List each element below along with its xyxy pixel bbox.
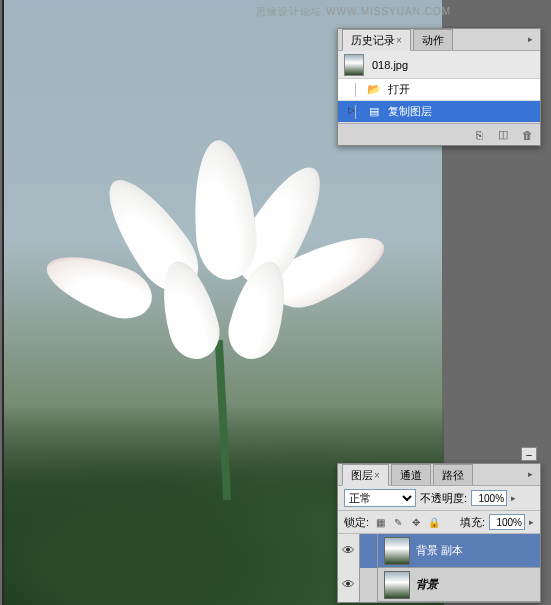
tab-label: 历史记录 bbox=[351, 34, 395, 46]
close-icon[interactable]: × bbox=[396, 35, 402, 46]
layer-name: 背景 副本 bbox=[416, 543, 463, 558]
lock-options-row: 锁定: ▦ ✎ ✥ 🔒 填充: ▸ bbox=[338, 511, 540, 534]
history-label: 复制图层 bbox=[388, 104, 432, 119]
opacity-label: 不透明度: bbox=[420, 491, 467, 506]
opacity-input[interactable] bbox=[471, 490, 507, 506]
layer-thumb bbox=[384, 537, 410, 565]
minimize-icon[interactable]: – bbox=[521, 447, 537, 461]
history-marker: ▷ bbox=[342, 105, 356, 119]
lock-label: 锁定: bbox=[344, 515, 369, 530]
watermark-text: 思缘设计论坛 WWW.MISSYUAN.COM bbox=[256, 5, 451, 19]
link-column[interactable] bbox=[360, 534, 378, 568]
history-panel-header: 历史记录× 动作 bbox=[338, 29, 540, 51]
lock-brush-icon[interactable]: ✎ bbox=[391, 515, 405, 529]
layer-row-bg[interactable]: 👁 背景 bbox=[338, 568, 540, 602]
tab-label: 路径 bbox=[442, 469, 464, 481]
history-item-open[interactable]: 📂 打开 bbox=[338, 79, 540, 101]
layer-options-row: 正常 不透明度: ▸ bbox=[338, 486, 540, 511]
document-thumb bbox=[344, 54, 364, 76]
blend-mode-select[interactable]: 正常 bbox=[344, 489, 416, 507]
snapshot-icon[interactable]: ⎘ bbox=[472, 128, 486, 142]
layers-icon: ▤ bbox=[366, 104, 382, 120]
layers-panel: – 图层× 通道 路径 正常 不透明度: ▸ 锁定: ▦ ✎ ✥ 🔒 填充: ▸… bbox=[337, 463, 541, 603]
tab-channels[interactable]: 通道 bbox=[391, 464, 431, 485]
link-column[interactable] bbox=[360, 568, 378, 602]
visibility-toggle[interactable]: 👁 bbox=[338, 568, 360, 602]
tab-label: 通道 bbox=[400, 469, 422, 481]
trash-icon[interactable]: 🗑 bbox=[520, 128, 534, 142]
tab-layers[interactable]: 图层× bbox=[342, 464, 389, 486]
lock-transparency-icon[interactable]: ▦ bbox=[373, 515, 387, 529]
new-snapshot-icon[interactable]: ◫ bbox=[496, 128, 510, 142]
lotus-flower bbox=[54, 140, 394, 440]
history-check bbox=[342, 83, 356, 97]
layer-row-bg-copy[interactable]: 👁 背景 副本 bbox=[338, 534, 540, 568]
lock-all-icon[interactable]: 🔒 bbox=[427, 515, 441, 529]
layer-list: 👁 背景 副本 👁 背景 bbox=[338, 534, 540, 602]
layer-thumb bbox=[384, 571, 410, 599]
history-panel-footer: ⎘ ◫ 🗑 bbox=[338, 123, 540, 145]
visibility-toggle[interactable]: 👁 bbox=[338, 534, 360, 568]
tab-label: 图层 bbox=[351, 469, 373, 481]
history-list: 📂 打开 ▷ ▤ 复制图层 bbox=[338, 79, 540, 123]
tab-history[interactable]: 历史记录× bbox=[342, 29, 411, 51]
chevron-right-icon[interactable]: ▸ bbox=[511, 493, 516, 503]
folder-open-icon: 📂 bbox=[366, 82, 382, 98]
document-name: 018.jpg bbox=[372, 59, 408, 71]
tab-actions[interactable]: 动作 bbox=[413, 29, 453, 50]
eye-icon: 👁 bbox=[342, 543, 355, 558]
layers-panel-header: 图层× 通道 路径 bbox=[338, 464, 540, 486]
history-document-row[interactable]: 018.jpg bbox=[338, 51, 540, 79]
lock-move-icon[interactable]: ✥ bbox=[409, 515, 423, 529]
history-label: 打开 bbox=[388, 82, 410, 97]
tab-label: 动作 bbox=[422, 34, 444, 46]
fill-input[interactable] bbox=[489, 514, 525, 530]
panel-menu-icon[interactable] bbox=[523, 467, 537, 481]
history-item-duplicate-layer[interactable]: ▷ ▤ 复制图层 bbox=[338, 101, 540, 123]
layer-name: 背景 bbox=[416, 577, 438, 592]
history-panel: 历史记录× 动作 018.jpg 📂 打开 ▷ ▤ 复制图层 ⎘ ◫ 🗑 bbox=[337, 28, 541, 146]
panel-menu-icon[interactable] bbox=[523, 32, 537, 46]
tab-paths[interactable]: 路径 bbox=[433, 464, 473, 485]
chevron-right-icon[interactable]: ▸ bbox=[529, 517, 534, 527]
close-icon[interactable]: × bbox=[374, 470, 380, 481]
eye-icon: 👁 bbox=[342, 577, 355, 592]
fill-label: 填充: bbox=[460, 515, 485, 530]
